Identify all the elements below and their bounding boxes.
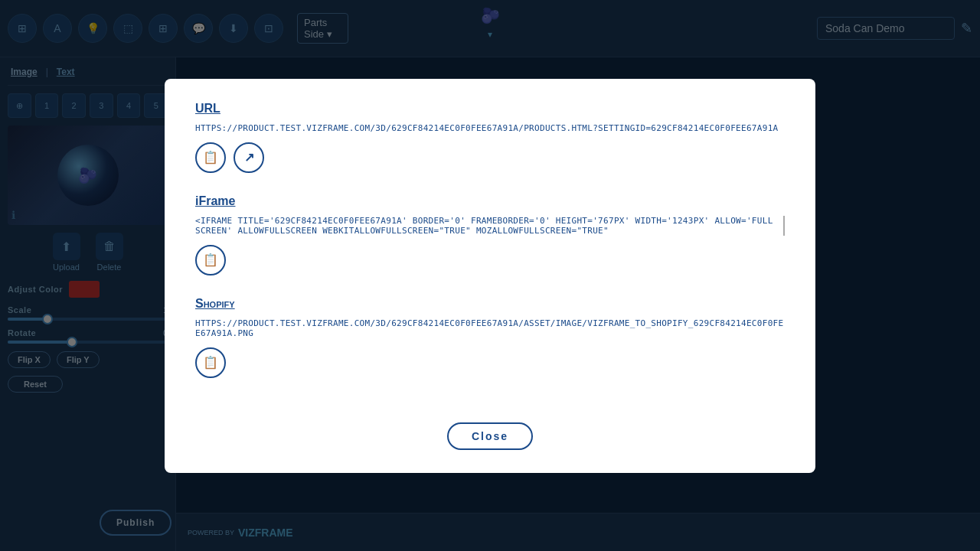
modal-footer: Close: [195, 407, 785, 450]
iframe-title-text: iFrame: [195, 194, 235, 207]
url-text: HTTPS://PRODUCT.TEST.VIZFRAME.COM/3D/629…: [195, 123, 785, 133]
iframe-icon-buttons: 📋: [195, 245, 785, 276]
url-copy-button[interactable]: 📋: [195, 142, 226, 173]
url-section-title: URL: [195, 102, 785, 116]
iframe-clipboard-icon: 📋: [203, 253, 218, 267]
shopify-copy-button[interactable]: 📋: [195, 347, 226, 378]
shopify-section-title: Shopify: [195, 297, 785, 311]
shopify-icon-buttons: 📋: [195, 347, 785, 378]
shopify-clipboard-icon: 📋: [203, 355, 218, 370]
url-icon-buttons: 📋 ↗: [195, 142, 785, 173]
share-modal: URL HTTPS://PRODUCT.TEST.VIZFRAME.COM/3D…: [165, 79, 815, 473]
iframe-copy-button[interactable]: 📋: [195, 245, 226, 276]
modal-backdrop: URL HTTPS://PRODUCT.TEST.VIZFRAME.COM/3D…: [0, 0, 980, 551]
modal-body: URL HTTPS://PRODUCT.TEST.VIZFRAME.COM/3D…: [195, 102, 785, 399]
iframe-code-container: <IFRAME TITLE='629CF84214EC0F0FEE67A91A'…: [195, 216, 785, 236]
shopify-url-text: HTTPS://PRODUCT.TEST.VIZFRAME.COM/3D/629…: [195, 318, 785, 338]
external-link-icon: ↗: [244, 150, 254, 165]
shopify-section: Shopify HTTPS://PRODUCT.TEST.VIZFRAME.CO…: [195, 297, 785, 378]
clipboard-icon: 📋: [203, 150, 218, 165]
iframe-code-text: <IFRAME TITLE='629CF84214EC0F0FEE67A91A'…: [195, 216, 777, 236]
url-open-button[interactable]: ↗: [234, 142, 264, 173]
url-section: URL HTTPS://PRODUCT.TEST.VIZFRAME.COM/3D…: [195, 102, 785, 173]
iframe-section-title: iFrame: [195, 194, 785, 208]
iframe-section: iFrame <IFRAME TITLE='629CF84214EC0F0FEE…: [195, 194, 785, 276]
close-button[interactable]: Close: [447, 422, 533, 450]
